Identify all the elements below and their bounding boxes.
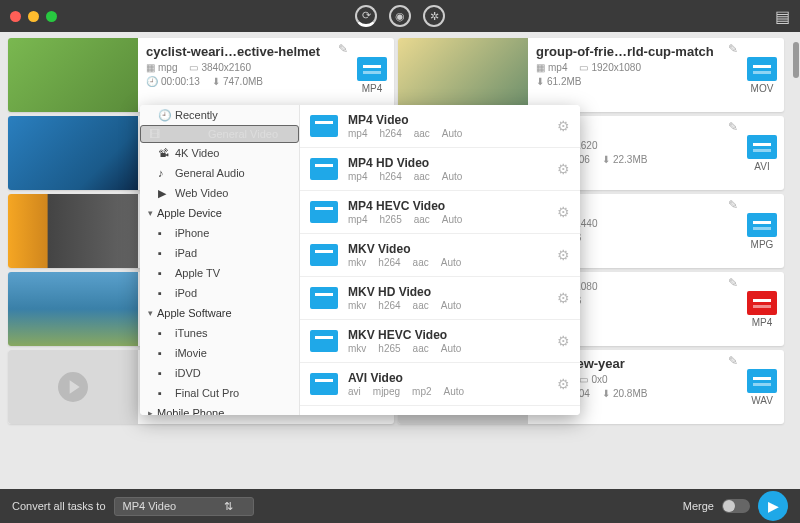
format-icon [747,291,777,315]
playlist-icon[interactable]: ▤ [775,7,790,26]
edit-icon[interactable]: ✎ [728,276,738,290]
output-format-value: MP4 Video [123,500,177,512]
format-label: MOV [751,83,774,94]
output-format-badge[interactable]: WAV [740,350,784,424]
format-spec: mkvh265aacAuto [348,343,547,354]
file-card[interactable]: cyclist-weari…ective-helmet▦ mpg▭ 3840x2… [8,38,394,112]
file-size: ⬇ 20.8MB [602,388,647,399]
category-item[interactable]: 🎞General Video [140,125,299,143]
format-spec: avimjpegmp2Auto [348,386,547,397]
format-icon [310,158,338,180]
category-label: Final Cut Pro [175,387,239,399]
thumbnail [8,350,138,424]
edit-icon[interactable]: ✎ [728,198,738,212]
output-format-badge[interactable]: MP4 [350,38,394,112]
format-list[interactable]: MP4 Videomp4h264aacAuto⚙MP4 HD Videomp4h… [300,105,580,415]
edit-icon[interactable]: ✎ [338,42,348,56]
output-format-badge[interactable]: MP4 [740,272,784,346]
disc-tab-icon[interactable]: ◉ [389,5,411,27]
category-group[interactable]: Apple Device [140,203,299,223]
category-item[interactable]: ▪iDVD [140,363,299,383]
maximize-icon[interactable] [46,11,57,22]
category-icon: 📽 [158,147,170,159]
scrollbar[interactable] [793,40,799,480]
category-label: Apple TV [175,267,220,279]
format-spec: mp4h264aacAuto [348,128,547,139]
category-item[interactable]: ▪iPod [140,283,299,303]
category-icon: ▪ [158,367,170,379]
category-icon: ▪ [158,227,170,239]
category-group[interactable]: Mobile Phone [140,403,299,415]
gear-icon[interactable]: ⚙ [557,247,570,263]
bottom-bar: Convert all tasks to MP4 Video ⇅ Merge ▶ [0,489,800,523]
scrollbar-thumb[interactable] [793,42,799,78]
edit-icon[interactable]: ✎ [728,42,738,56]
format-label: WAV [751,395,773,406]
format-panel: 🕘Recently🎞General Video📽4K Video♪General… [140,105,580,415]
category-item[interactable]: ▪iMovie [140,343,299,363]
format-spec: mp4h264aacAuto [348,171,547,182]
output-format-select[interactable]: MP4 Video ⇅ [114,497,254,516]
category-group[interactable]: Apple Software [140,303,299,323]
format-icon [747,369,777,393]
format-name: MKV Video [348,242,547,256]
start-button[interactable]: ▶ [758,491,788,521]
gear-icon[interactable]: ⚙ [557,290,570,306]
category-item[interactable]: ▪iTunes [140,323,299,343]
category-label: General Audio [175,167,245,179]
file-size: ⬇ 61.2MB [536,76,581,87]
gear-icon[interactable]: ⚙ [557,118,570,134]
video-tab-icon[interactable]: ✲ [423,5,445,27]
file-size: ⬇ 747.0MB [212,76,263,87]
category-icon: ▪ [158,387,170,399]
format-icon [310,201,338,223]
format-name: MP4 HD Video [348,156,547,170]
gear-icon[interactable]: ⚙ [557,333,570,349]
output-format-badge[interactable]: AVI [740,116,784,190]
titlebar: ⟳ ◉ ✲ ▤ [0,0,800,32]
output-format-badge[interactable]: MOV [740,38,784,112]
category-item[interactable]: ▪iPhone [140,223,299,243]
close-icon[interactable] [10,11,21,22]
format-icon [357,57,387,81]
format-option[interactable]: MKV Videomkvh264aacAuto⚙ [300,234,580,277]
format-icon [310,244,338,266]
format-option[interactable]: MKV HEVC Videomkvh265aacAuto⚙ [300,320,580,363]
minimize-icon[interactable] [28,11,39,22]
format-icon [747,135,777,159]
convert-tab-icon[interactable]: ⟳ [355,5,377,27]
category-list[interactable]: 🕘Recently🎞General Video📽4K Video♪General… [140,105,300,415]
format-option[interactable]: MP4 HEVC Videomp4h265aacAuto⚙ [300,191,580,234]
category-item[interactable]: ▶Web Video [140,183,299,203]
gear-icon[interactable]: ⚙ [557,161,570,177]
category-item[interactable]: 📽4K Video [140,143,299,163]
format-option[interactable]: AVI Videoavimjpegmp2Auto⚙ [300,363,580,406]
file-card[interactable]: group-of-frie…rld-cup-match▦ mp4▭ 1920x1… [398,38,784,112]
format-option[interactable]: MP4 HD Videomp4h264aacAuto⚙ [300,148,580,191]
category-item[interactable]: 🕘Recently [140,105,299,125]
output-format-badge[interactable]: MPG [740,194,784,268]
category-item[interactable]: ▪iPad [140,243,299,263]
category-item[interactable]: ♪General Audio [140,163,299,183]
edit-icon[interactable]: ✎ [728,354,738,368]
file-ext: ▦ mp4 [536,62,567,73]
file-info: group-of-frie…rld-cup-match▦ mp4▭ 1920x1… [528,38,740,112]
file-title: cyclist-weari…ective-helmet [146,44,342,59]
category-item[interactable]: ▪Apple TV [140,263,299,283]
format-text: MP4 Videomp4h264aacAuto [348,113,547,139]
merge-toggle[interactable] [722,499,750,513]
gear-icon[interactable]: ⚙ [557,376,570,392]
category-label: 4K Video [175,147,219,159]
format-text: MKV HEVC Videomkvh265aacAuto [348,328,547,354]
mode-tabs: ⟳ ◉ ✲ [355,5,445,27]
format-text: MP4 HD Videomp4h264aacAuto [348,156,547,182]
edit-icon[interactable]: ✎ [728,120,738,134]
file-res: ▭ 1920x1080 [579,62,641,73]
format-option[interactable]: MP4 Videomp4h264aacAuto⚙ [300,105,580,148]
format-spec: mp4h265aacAuto [348,214,547,225]
gear-icon[interactable]: ⚙ [557,204,570,220]
category-item[interactable]: ▪Final Cut Pro [140,383,299,403]
file-title: group-of-frie…rld-cup-match [536,44,732,59]
category-group-label: Mobile Phone [157,407,224,415]
format-option[interactable]: MKV HD Videomkvh264aacAuto⚙ [300,277,580,320]
